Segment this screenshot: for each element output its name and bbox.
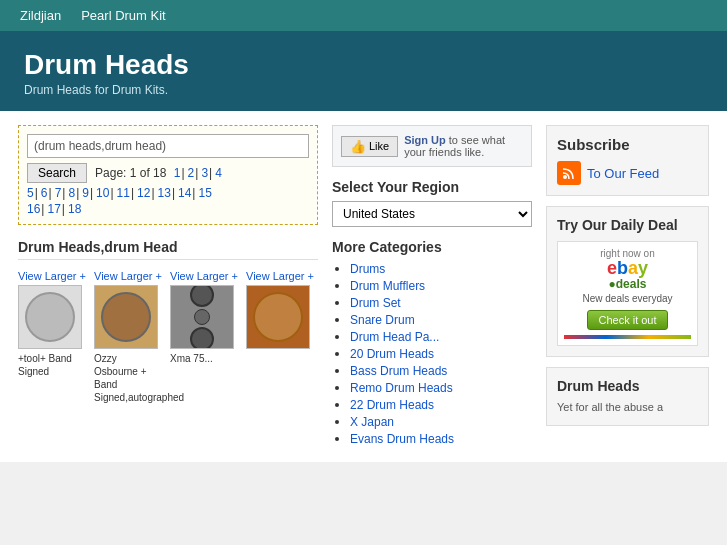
page-link-18[interactable]: 18 (68, 202, 81, 216)
cat-link-evans[interactable]: Evans Drum Heads (350, 432, 454, 446)
facebook-text: Sign Up to see whatyour friends like. (404, 134, 505, 158)
top-navigation: Zildjian Pearl Drum Kit (0, 0, 727, 31)
page-link-5[interactable]: 5 (27, 186, 34, 200)
rss-row: To Our Feed (557, 161, 698, 185)
search-button[interactable]: Search (27, 163, 87, 183)
check-it-out-button[interactable]: Check it out (587, 310, 667, 330)
product-image-3 (170, 285, 234, 349)
page-links: 1| 2| 3| 4 (174, 166, 222, 180)
list-item: 22 Drum Heads (350, 397, 532, 412)
drum-head-image (253, 292, 303, 342)
product-image-1 (18, 285, 82, 349)
cat-link-drum-head-pa[interactable]: Drum Head Pa... (350, 330, 439, 344)
left-column: Search Page: 1 of 18 1| 2| 3| 4 5| 6| 7|… (18, 125, 318, 448)
site-title: Drum Heads (24, 49, 703, 81)
list-item: Bass Drum Heads (350, 363, 532, 378)
list-item: Evans Drum Heads (350, 431, 532, 446)
facebook-like-button[interactable]: 👍 Like (341, 136, 398, 157)
subscribe-section: Subscribe To Our Feed (546, 125, 709, 196)
list-item: Drum Head Pa... (350, 329, 532, 344)
daily-deal-section: Try Our Daily Deal right now on ebay ●de… (546, 206, 709, 357)
daily-deal-title: Try Our Daily Deal (557, 217, 698, 233)
list-item: 20 Drum Heads (350, 346, 532, 361)
page-link-13[interactable]: 13 (158, 186, 171, 200)
page-link-17[interactable]: 17 (47, 202, 60, 216)
product-item: View Larger + Xma 75... (170, 270, 238, 404)
cat-link-bass[interactable]: Bass Drum Heads (350, 364, 447, 378)
cat-link-20drum[interactable]: 20 Drum Heads (350, 347, 434, 361)
list-item: Remo Drum Heads (350, 380, 532, 395)
deal-color-bar (564, 335, 691, 339)
view-larger-link-1[interactable]: View Larger + (18, 270, 86, 282)
page-link-7[interactable]: 7 (55, 186, 62, 200)
page-link-8[interactable]: 8 (68, 186, 75, 200)
cat-link-snare[interactable]: Snare Drum (350, 313, 415, 327)
drumheads-sidebar-title: Drum Heads (557, 378, 698, 394)
page-link-1[interactable]: 1 (174, 166, 181, 180)
like-label: Like (369, 140, 389, 152)
search-box: Search Page: 1 of 18 1| 2| 3| 4 5| 6| 7|… (18, 125, 318, 225)
deal-box: right now on ebay ●deals New deals every… (557, 241, 698, 346)
page-link-9[interactable]: 9 (82, 186, 89, 200)
page-link-10[interactable]: 10 (96, 186, 109, 200)
page-link-3[interactable]: 3 (201, 166, 208, 180)
region-select[interactable]: United States United Kingdom Canada Aust… (332, 201, 532, 227)
page-info: Page: 1 of 18 (95, 166, 166, 180)
right-column: Subscribe To Our Feed Try Our Daily Deal… (546, 125, 709, 448)
main-container: Search Page: 1 of 18 1| 2| 3| 4 5| 6| 7|… (0, 111, 727, 462)
page-links-row2: 5| 6| 7| 8| 9| 10| 11| 12| 13| 14| 15 (27, 186, 309, 200)
page-link-14[interactable]: 14 (178, 186, 191, 200)
nav-link-pearl[interactable]: Pearl Drum Kit (81, 8, 166, 23)
drum-set-image (190, 285, 214, 349)
product-image-2 (94, 285, 158, 349)
cat-link-remo[interactable]: Remo Drum Heads (350, 381, 453, 395)
cat-link-drum-mufflers[interactable]: Drum Mufflers (350, 279, 425, 293)
page-link-16[interactable]: 16 (27, 202, 40, 216)
page-link-15[interactable]: 15 (198, 186, 211, 200)
view-larger-link-4[interactable]: View Larger + (246, 270, 314, 282)
cat-link-drums[interactable]: Drums (350, 262, 385, 276)
nav-link-zildjian[interactable]: Zildjian (20, 8, 61, 23)
search-controls: Search Page: 1 of 18 1| 2| 3| 4 (27, 163, 309, 183)
list-item: X Japan (350, 414, 532, 429)
svg-point-0 (563, 175, 567, 179)
list-item: Drums (350, 261, 532, 276)
middle-column: 👍 Like Sign Up to see whatyour friends l… (332, 125, 532, 448)
thumbs-up-icon: 👍 (350, 139, 366, 154)
facebook-signup-link[interactable]: Sign Up (404, 134, 446, 146)
drumheads-sidebar-text: Yet for all the abuse a (557, 400, 698, 415)
product-item: View Larger + Ozzy Osbourne + Band Signe… (94, 270, 162, 404)
view-larger-link-3[interactable]: View Larger + (170, 270, 238, 282)
product-grid: View Larger + +tool+ Band Signed View La… (18, 270, 318, 404)
rss-svg (562, 166, 576, 180)
product-caption-3: Xma 75... (170, 352, 238, 365)
product-item: View Larger + (246, 270, 314, 404)
page-link-4[interactable]: 4 (215, 166, 222, 180)
cat-link-drum-set[interactable]: Drum Set (350, 296, 401, 310)
products-heading: Drum Heads,drum Head (18, 239, 318, 260)
region-label: Select Your Region (332, 179, 532, 195)
cat-link-22drum[interactable]: 22 Drum Heads (350, 398, 434, 412)
view-larger-link-2[interactable]: View Larger + (94, 270, 162, 282)
drum-head-image (25, 292, 75, 342)
page-link-6[interactable]: 6 (41, 186, 48, 200)
rss-link[interactable]: To Our Feed (587, 166, 659, 181)
page-link-12[interactable]: 12 (137, 186, 150, 200)
search-input[interactable] (27, 134, 309, 158)
page-link-11[interactable]: 11 (117, 186, 130, 200)
page-link-2[interactable]: 2 (188, 166, 195, 180)
deal-brand: ●deals (564, 277, 691, 291)
product-item: View Larger + +tool+ Band Signed (18, 270, 86, 404)
list-item: Drum Set (350, 295, 532, 310)
list-item: Snare Drum (350, 312, 532, 327)
product-image-4 (246, 285, 310, 349)
page-links-row3: 16| 17| 18 (27, 202, 309, 216)
cat-link-xjapan[interactable]: X Japan (350, 415, 394, 429)
site-subtitle: Drum Heads for Drum Kits. (24, 83, 703, 97)
drumheads-sidebar: Drum Heads Yet for all the abuse a (546, 367, 709, 426)
site-header: Drum Heads Drum Heads for Drum Kits. (0, 31, 727, 111)
product-caption-1: +tool+ Band Signed (18, 352, 86, 378)
ebay-logo: ebay (564, 259, 691, 277)
list-item: Drum Mufflers (350, 278, 532, 293)
deal-subtitle: New deals everyday (564, 293, 691, 304)
